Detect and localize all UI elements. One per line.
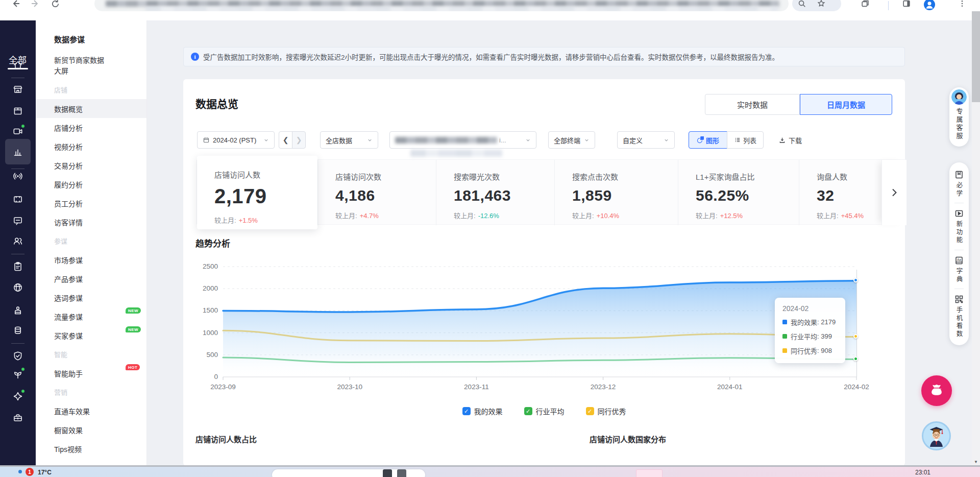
metric-card[interactable]: 询盘人数32较上月:+45.4% (799, 160, 881, 225)
rail-security-shield-icon[interactable] (12, 350, 23, 362)
dock-tool-dictionary[interactable]: Aa字典 (954, 255, 964, 283)
rail-message-icon[interactable] (12, 215, 23, 226)
rail-growth-plant-icon[interactable] (12, 369, 23, 380)
legend-item[interactable]: ✓我的效果 (462, 406, 503, 416)
chevron-down-icon (263, 137, 269, 143)
view-toggle-graph[interactable]: 图形 (689, 131, 727, 149)
rail-tasks-clipboard-icon[interactable] (12, 261, 23, 272)
rail-store-icon[interactable] (12, 84, 23, 95)
rail-finance-coins-icon[interactable] (12, 325, 23, 336)
metric-card[interactable]: 店铺访问次数4,186较上月:+4.7% (317, 160, 436, 225)
customer-service-widget[interactable]: 专属客服 (949, 87, 969, 147)
account-select[interactable]: i... (389, 131, 536, 149)
share-window-icon[interactable] (859, 0, 872, 10)
legend-checkbox-checked[interactable]: ✓ (524, 407, 532, 415)
sidebar-item[interactable]: 直通车效果 (36, 401, 146, 420)
page-scrollbar-thumb[interactable] (972, 11, 980, 102)
rewards-money-bag-button[interactable] (921, 375, 952, 406)
legend-item[interactable]: ✓行业平均 (524, 406, 565, 416)
rail-broadcast-icon[interactable] (12, 171, 23, 182)
sidebar-item[interactable]: 新贸节商家数据大屏 (36, 52, 146, 80)
sidebar-item[interactable]: 店铺分析 (36, 118, 146, 137)
rail-ticket-icon[interactable] (12, 194, 23, 205)
rail-video-icon[interactable] (12, 126, 23, 137)
sidebar-item-label: 选词参谋 (54, 293, 83, 303)
metrics-scroll-right-button[interactable] (881, 160, 906, 225)
dock-tool-booklet[interactable]: 必学 (954, 170, 964, 198)
view-toggle-list[interactable]: 列表 (727, 131, 764, 149)
dock-tool-label: 新功能 (954, 221, 964, 245)
sidebar-item[interactable]: 市场参谋 (36, 250, 146, 269)
view-list-label: 列表 (743, 135, 756, 145)
metric-card[interactable]: 搜索点击次数1,859较上月:+10.4% (554, 160, 678, 225)
section-title-visitor-share: 店铺访问人数占比 (195, 434, 257, 444)
taskbar-alert-badge: 1 (26, 468, 34, 476)
sidebar-item[interactable]: 数据概览 (36, 99, 146, 118)
browser-profile-avatar[interactable] (924, 0, 935, 10)
legend-item[interactable]: ✓同行优秀 (586, 406, 626, 416)
tab-realtime-data[interactable]: 实时数据 (705, 94, 800, 115)
sidebar-item[interactable]: 买家参谋NEW (36, 326, 146, 345)
terminal-select[interactable]: 全部终端 (548, 131, 595, 149)
date-picker[interactable]: 2024-02 (PST) (197, 131, 275, 149)
rail-global-icon[interactable] (12, 282, 23, 293)
taskbar-active-app-highlight[interactable] (636, 469, 663, 477)
sidebar-item[interactable]: 视频分析 (36, 137, 146, 156)
y-axis-tick-label: 500 (191, 351, 218, 359)
dock-tool-qr-code[interactable]: 手机看数 (954, 294, 964, 338)
browser-menu-dots-icon[interactable] (955, 0, 969, 10)
scope-select[interactable]: 全店数据 (320, 131, 378, 149)
legend-checkbox-checked[interactable]: ✓ (462, 407, 471, 415)
prev-period-button[interactable]: ❮ (279, 131, 292, 149)
metric-value: 2,179 (214, 185, 317, 208)
sidebar-item[interactable]: Tips视频 (36, 439, 146, 458)
sidebar-item-label: 产品参谋 (54, 274, 83, 284)
sidebar-item[interactable]: 产品参谋 (36, 269, 146, 288)
bookmark-star-icon[interactable] (815, 0, 828, 10)
rail-home-icon[interactable] (12, 59, 23, 70)
browser-back-icon[interactable] (9, 0, 22, 10)
rail-analytics-chart-icon[interactable] (5, 139, 31, 164)
metric-value: 181,463 (454, 187, 554, 204)
tooltip-title: 2024-02 (782, 304, 845, 313)
rail-orders-box-icon[interactable] (12, 105, 23, 116)
sidebar-section-label: 智能 (36, 345, 146, 364)
booklet-icon (954, 170, 964, 180)
dock-tool-video-play[interactable]: 新功能 (954, 208, 964, 245)
metric-mode-select[interactable]: 自定义 (617, 131, 675, 149)
taskbar-app-icon[interactable] (383, 469, 392, 477)
metric-card[interactable]: 店铺访问人数2,179较上月:+1.5% (197, 156, 317, 229)
download-button[interactable]: 下载 (775, 131, 805, 149)
legend-checkbox-checked[interactable]: ✓ (586, 407, 594, 415)
taskbar-temperature: 17°C (38, 469, 52, 476)
tab-day-week-month-data[interactable]: 日周月数据 (800, 94, 892, 115)
sidebar-item[interactable]: 流量参谋NEW (36, 307, 146, 326)
metric-card[interactable]: 搜索曝光次数181,463较上月:-12.6% (436, 160, 554, 225)
notice-banner: i 受广告数据加工时效影响，搜索曝光次数延迟2小时更新，可能出现点击大于曝光的情… (183, 47, 905, 66)
rail-supplier-bag-icon[interactable] (12, 305, 23, 316)
notification-dot (21, 124, 25, 128)
taskbar-app-icon[interactable] (397, 469, 406, 477)
sidebar-item[interactable]: 履约分析 (36, 175, 146, 194)
graduate-helper-avatar[interactable] (922, 421, 951, 450)
sidebar-item-label: 买家参谋 (54, 330, 83, 341)
scrollbar-down-arrow[interactable]: ▼ (972, 458, 980, 466)
sidebar-item[interactable]: 橱窗效果 (36, 420, 146, 439)
address-bar[interactable] (94, 0, 789, 11)
rail-contacts-icon[interactable] (12, 235, 23, 247)
browser-forward-icon[interactable] (29, 0, 42, 10)
sidebar-item[interactable]: 智能助手HOT (36, 364, 146, 383)
rail-membership-diamond-icon[interactable] (12, 391, 23, 402)
metric-label: 搜索点击次数 (572, 171, 678, 182)
rail-toolbox-icon[interactable] (12, 412, 23, 423)
sidebar-item[interactable]: 选词参谋 (36, 288, 146, 307)
metric-card[interactable]: L1+买家询盘占比56.25%较上月:+12.5% (678, 160, 799, 225)
browser-refresh-icon[interactable] (48, 0, 62, 10)
next-period-button[interactable]: ❯ (292, 131, 306, 149)
search-icon[interactable] (795, 0, 808, 10)
download-label: 下载 (789, 135, 802, 145)
sidebar-item[interactable]: 员工分析 (36, 194, 146, 212)
sidebar-item[interactable]: 访客详情 (36, 212, 146, 231)
side-panel-icon[interactable] (900, 0, 913, 10)
sidebar-item[interactable]: 交易分析 (36, 156, 146, 175)
